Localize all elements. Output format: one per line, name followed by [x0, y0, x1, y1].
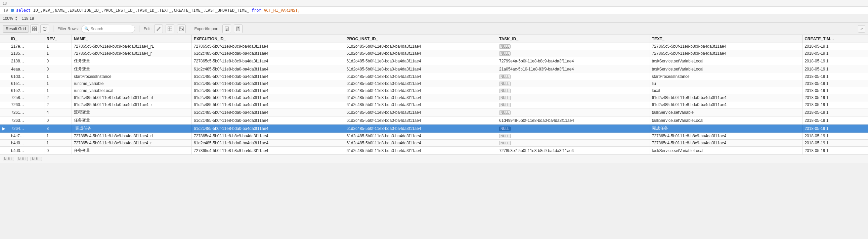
cell-execution-id: 61d2c485-5b0f-11e8-bda0-ba4da3f11ae4 [191, 140, 344, 147]
cell-proc-inst-id: 61d2c485-5b0f-11e8-bda0-ba4da3f11ae4 [344, 116, 497, 125]
search-box[interactable]: 🔍 [81, 25, 135, 33]
cell-rev: 1 [44, 73, 71, 80]
table-row[interactable]: 61e1…1runtime_variable61d2c485-5b0f-11e8… [0, 80, 868, 87]
cell-name: 727865c5-5b0f-11e8-b8c9-ba4da3f11ae4_r [71, 50, 191, 57]
null-badge: NULL [499, 103, 510, 107]
cell-execution-id: 61d2c485-5b0f-11e8-bda0-ba4da3f11ae4 [191, 65, 344, 73]
cell-execution-id: 61d2c485-5b0f-11e8-bda0-ba4da3f11ae4 [191, 116, 344, 125]
null-badge: NULL [499, 127, 510, 131]
edit-table-button[interactable] [165, 25, 174, 33]
export-button[interactable] [222, 25, 231, 33]
zoom-down-arrow[interactable]: ▼ [15, 19, 20, 21]
cell-id: 2185… [9, 50, 44, 57]
cell-task-id: 72799e4a-5b0f-11e8-b8c9-ba4da3f11ae4 [497, 57, 650, 65]
th-create-time[interactable]: CREATE_TIM… [803, 35, 868, 43]
cell-execution-id: 61d2c485-5b0f-11e8-bda0-ba4da3f11ae4 [191, 87, 344, 94]
import-button[interactable] [234, 25, 243, 33]
cell-name: 61d2c485-5b0f-11e8-bda0-ba4da3f11ae4_rL [71, 94, 191, 101]
svg-rect-6 [168, 27, 172, 31]
svg-rect-1 [35, 27, 37, 29]
table-row[interactable]: ▶7264…3完成任务61d2c485-5b0f-11e8-bda0-ba4da… [0, 125, 868, 133]
cell-proc-inst-id: 61d2c485-5b0f-11e8-bda0-ba4da3f11ae4 [344, 65, 497, 73]
table-row[interactable]: 7261…4流程变量61d2c485-5b0f-11e8-bda0-ba4da3… [0, 108, 868, 116]
cell-task-id: NULL [497, 101, 650, 108]
cell-id: 61e1… [9, 80, 44, 87]
cell-execution-id: 61d2c485-5b0f-11e8-bda0-ba4da3f11ae4 [191, 80, 344, 87]
cell-id: 7263… [9, 116, 44, 125]
cell-name: runtime_variable [71, 80, 191, 87]
cell-text: 727865c5-5b0f-11e8-b8c9-ba4da3f11ae4 [650, 43, 803, 50]
cell-text: taskService.setVariableLocal [650, 147, 803, 155]
cell-proc-inst-id: 61d2c485-5b0f-11e8-bda0-ba4da3f11ae4 [344, 87, 497, 94]
cell-create-time: 2018-05-19 1 [803, 108, 868, 116]
cell-name: 727865c5-5b0f-11e8-b8c9-ba4da3f11ae4_rL [71, 43, 191, 50]
null-badge: NULL [499, 74, 510, 79]
zoom-up-arrow[interactable]: ▲ [15, 16, 20, 19]
search-input[interactable] [90, 27, 131, 31]
cell-proc-inst-id: 61d2c485-5b0f-11e8-bda0-ba4da3f11ae4 [344, 50, 497, 57]
th-indicator [0, 35, 9, 43]
cell-create-time: 2018-05-19 1 [803, 50, 868, 57]
cell-execution-id: 727865c5-5b0f-11e8-b8c9-ba4da3f11ae4 [191, 43, 344, 50]
sql-line: 19 select ID_,REV_,NAME_,EXECUTION_ID_,P… [0, 7, 868, 14]
cell-id: 61d3… [9, 73, 44, 80]
row-indicator [0, 140, 9, 147]
edit-add-button[interactable] [177, 25, 186, 33]
cell-text: 完成任务 [650, 125, 803, 133]
table-row[interactable]: 217e…1727865c5-5b0f-11e8-b8c9-ba4da3f11a… [0, 43, 868, 50]
cell-rev: 2 [44, 94, 71, 101]
th-rev[interactable]: REV_ [44, 35, 71, 43]
th-text[interactable]: TEXT_ [650, 35, 803, 43]
cell-proc-inst-id: 61d2c485-5b0f-11e8-bda0-ba4da3f11ae4 [344, 125, 497, 133]
table-row[interactable]: 61d3…1startProcessInstance61d2c485-5b0f-… [0, 73, 868, 80]
table-row[interactable]: 2188…0任务变量727865c5-5b0f-11e8-b8c9-ba4da3… [0, 57, 868, 65]
grid-icon-button[interactable] [30, 25, 39, 33]
table-row[interactable]: b4d3…0任务变量727865c4-5b0f-11e8-b8c9-ba4da3… [0, 147, 868, 155]
cell-id: 7261… [9, 108, 44, 116]
table-row[interactable]: 7258…261d2c485-5b0f-11e8-bda0-ba4da3f11a… [0, 94, 868, 101]
sql-keyword-from: from [252, 8, 261, 13]
cell-execution-id: 727865c5-5b0f-11e8-b8c9-ba4da3f11ae4 [191, 57, 344, 65]
toolbar-divider-3 [190, 26, 190, 32]
table-row[interactable]: 7263…0任务变量61d2c485-5b0f-11e8-bda0-ba4da3… [0, 116, 868, 125]
table-row[interactable]: 7260…261d2c485-5b0f-11e8-bda0-ba4da3f11a… [0, 101, 868, 108]
th-name[interactable]: NAME_ [71, 35, 191, 43]
cell-id: b4d3… [9, 147, 44, 155]
table-row[interactable]: b4c7…1727865c4-5b0f-11e8-b8c9-ba4da3f11a… [0, 133, 868, 140]
expand-button[interactable]: ⤢ [858, 25, 865, 33]
zoom-level: 100% [3, 16, 13, 21]
cell-execution-id: 727865c4-5b0f-11e8-b8c9-ba4da3f11ae4 [191, 133, 344, 140]
table-row[interactable]: 4eaa…0任务变量61d2c485-5b0f-11e8-bda0-ba4da3… [0, 65, 868, 73]
cell-name: 任务变量 [71, 65, 191, 73]
table-row[interactable]: 2185…1727865c5-5b0f-11e8-b8c9-ba4da3f11a… [0, 50, 868, 57]
th-task-id[interactable]: TASK_ID_ [497, 35, 650, 43]
cursor-position: 118:19 [22, 16, 34, 21]
null-badge: NULL [499, 44, 510, 49]
cell-task-id: NULL [497, 50, 650, 57]
null-badge: NULL [499, 81, 510, 86]
cell-task-id: NULL [497, 87, 650, 94]
cell-task-id: NULL [497, 73, 650, 80]
cell-name: 流程变量 [71, 108, 191, 116]
cell-name: 任务变量 [71, 147, 191, 155]
th-id[interactable]: ID_ [9, 35, 44, 43]
th-execution-id[interactable]: EXECUTION_ID_ [191, 35, 344, 43]
edit-pencil-button[interactable] [154, 25, 163, 33]
footer-null-2: NULL [17, 157, 28, 161]
cell-text: 727865c5-5b0f-11e8-b8c9-ba4da3f11ae4 [650, 50, 803, 57]
result-grid-button[interactable]: Result Grid [3, 25, 29, 33]
cell-rev: 1 [44, 87, 71, 94]
cell-text: 727865c4-5b0f-11e8-b8c9-ba4da3f11ae4 [650, 133, 803, 140]
refresh-icon-button[interactable] [40, 25, 49, 33]
cell-id: 7260… [9, 101, 44, 108]
cell-rev: 1 [44, 140, 71, 147]
table-row[interactable]: 61e2…1runtime_variableLocal61d2c485-5b0f… [0, 87, 868, 94]
cell-text: 61d2c485-5b0f-11e8-bda0-ba4da3f11ae4 [650, 101, 803, 108]
zoom-spinner[interactable]: ▲ ▼ [15, 16, 20, 21]
cell-text: taskService.setVariableLocal [650, 65, 803, 73]
cell-text: local [650, 87, 803, 94]
th-proc-inst-id[interactable]: PROC_INST_ID_ [344, 35, 497, 43]
cell-rev: 0 [44, 65, 71, 73]
row-indicator [0, 94, 9, 101]
table-row[interactable]: b4d0…1727865c4-5b0f-11e8-b8c9-ba4da3f11a… [0, 140, 868, 147]
